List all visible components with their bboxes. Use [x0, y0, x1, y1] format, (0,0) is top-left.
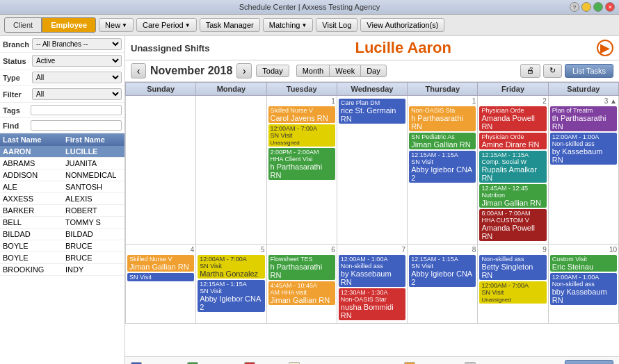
event-care-plan-dm[interactable]: Care Plan DMrice St. Germain RN: [339, 99, 405, 124]
patient-row[interactable]: BOYLEBRUCE: [0, 240, 124, 252]
task-manager-btn[interactable]: Task Manager: [200, 18, 260, 32]
cell-nov10: 10 Custom VisitEric Steinau 12:00AM - 1:…: [548, 245, 618, 324]
window-controls: ? ✕: [570, 2, 615, 12]
day-header-friday: Friday: [478, 83, 548, 96]
day-view-btn[interactable]: Day: [360, 65, 387, 77]
cell-empty2: [196, 96, 266, 245]
today-btn[interactable]: Today: [256, 65, 289, 77]
care-period-btn[interactable]: Care Period ▼: [136, 18, 197, 32]
filter-select[interactable]: All: [32, 88, 122, 100]
patient-row[interactable]: ABRAMSJUANITA: [0, 158, 124, 169]
cell-nov6: 6 Flowsheet TESh Parthasarathi RN 4:45AM…: [266, 245, 337, 324]
event-custom-visit-sat10[interactable]: Custom VisitEric Steinau: [550, 255, 617, 272]
event-sn-visit-thu[interactable]: 12:15AM - 1:15ASN VisitAbby Igiebor CNA …: [409, 151, 476, 183]
patient-last-name: BROOKING: [3, 265, 65, 274]
patient-last-name: ADDISON: [3, 171, 65, 179]
event-flowsheet-test[interactable]: Flowsheet TESh Parthasarathi RN: [268, 255, 335, 280]
day-header-monday: Monday: [196, 83, 266, 96]
new-btn[interactable]: New ▼: [99, 18, 134, 32]
print-btn[interactable]: 🖨: [520, 64, 540, 78]
status-filter-row: Status Active: [0, 53, 124, 69]
event-sn-pediatric[interactable]: SN Pediatric AsJiman Gallian RN: [409, 133, 476, 149]
event-am-hha-visit[interactable]: 4:45AM - 10:45AAM HHA visitJiman Gallian…: [268, 281, 335, 305]
event-plan-treatment[interactable]: Plan of Treatmth Parthasarathi RN: [550, 106, 617, 131]
event-physician-orde-fri2[interactable]: Physician OrdeAmine Dirare RN: [479, 133, 546, 149]
event-skilled-nurse-1[interactable]: Skilled Nurse VCarol Javens RN: [268, 106, 335, 123]
event-hha-custom-fri[interactable]: 6:00AM - 7:00AMHHA CUSTOM VAmanda Powell…: [479, 209, 546, 241]
patient-row[interactable]: ADDISONNONMEDICAL: [0, 169, 124, 181]
cell-nov8: 8 12:15AM - 1:15ASN VisitAbby Igiebor CN…: [408, 245, 478, 324]
event-physician-orde-fri1[interactable]: Physician OrdeAmanda Powell RN: [479, 106, 546, 131]
patient-row[interactable]: AXXESSALEXIS: [0, 193, 124, 205]
event-comp-social-w[interactable]: 12:15AM - 1:15AComp. Social WRupalis Ama…: [479, 151, 546, 183]
cell-nov2-fri: 2 Physician OrdeAmanda Powell RN Physici…: [478, 96, 548, 245]
matching-btn[interactable]: Matching ▼: [263, 18, 314, 32]
month-view-btn[interactable]: Month: [296, 65, 330, 77]
patient-row[interactable]: ALESANTOSH: [0, 181, 124, 193]
close-btn[interactable]: ✕: [605, 2, 615, 12]
client-toggle-btn[interactable]: Client: [4, 17, 42, 33]
event-nutrition[interactable]: 12:45AM - 12:45NutritionJiman Gallian RN: [479, 184, 546, 208]
patient-last-name: ALE: [3, 183, 65, 191]
filter-filter-row: Filter All: [0, 86, 124, 103]
list-tasks-top-btn[interactable]: List Tasks: [565, 64, 613, 78]
tags-input[interactable]: [31, 105, 122, 115]
maximize-btn[interactable]: [593, 2, 603, 12]
event-sn-visit-mon5[interactable]: 12:00AM - 7:00ASN VisitMartha Gonzalez: [198, 255, 264, 279]
care-period-arrow-icon: ▼: [185, 22, 191, 28]
col-last-header[interactable]: Last Name: [3, 135, 65, 144]
patient-row[interactable]: BARKERROBERT: [0, 205, 124, 217]
event-non-skilled-fri9[interactable]: Non-skilled assBetty Singleton RN: [479, 255, 546, 280]
view-auth-btn[interactable]: View Authorization(s): [360, 18, 444, 32]
calendar-table: SundayMondayTuesdayWednesdayThursdayFrid…: [125, 82, 619, 324]
type-select[interactable]: All: [32, 72, 122, 83]
event-non-oasis-star-wed7[interactable]: 12:30AM - 1:30ANon-OASIS Starnusha Bommi…: [339, 288, 405, 320]
patient-first-name: ROBERT: [65, 206, 122, 215]
client-employee-toggle: Client Employee: [4, 17, 96, 33]
employee-toggle-btn[interactable]: Employee: [42, 17, 96, 33]
event-sn-visit-mon5b[interactable]: 12:15AM - 1:15ASN VisitAbby Igiebor CNA …: [198, 280, 264, 312]
patient-last-name: BOYLE: [3, 242, 65, 250]
help-btn[interactable]: ?: [570, 2, 579, 12]
patient-row[interactable]: BROOKINGINDY: [0, 264, 124, 276]
patient-list: AARONLUCILLEABRAMSJUANITAADDISONNONMEDIC…: [0, 146, 124, 364]
col-first-header[interactable]: First Name: [65, 135, 122, 144]
event-sn-visit-thu8[interactable]: 12:15AM - 1:15ASN VisitAbby Igiebor CNA …: [409, 255, 476, 287]
patient-row[interactable]: BOYLEBRUCE: [0, 252, 124, 264]
name-nav-arrow[interactable]: ▶: [597, 40, 613, 56]
event-hha-client[interactable]: 2:00PM - 2:00AMHHA Client Visih Parthasa…: [268, 148, 335, 180]
patient-first-name: JUANITA: [65, 159, 122, 167]
patient-row[interactable]: AARONLUCILLE: [0, 146, 124, 158]
week-view-btn[interactable]: Week: [329, 65, 360, 77]
event-skilled-nurse-4[interactable]: Skilled Nurse VJiman Gallian RN: [127, 255, 194, 272]
event-non-skilled-sat10[interactable]: 12:00AM - 1:00ANon-skilled assbby Kasseb…: [550, 273, 617, 305]
prev-month-btn[interactable]: ‹: [131, 63, 146, 78]
event-non-skilled-wed7[interactable]: 12:00AM - 1:00ANon-skilled assby Kasseba…: [339, 255, 405, 287]
find-input[interactable]: [31, 120, 122, 131]
event-non-oasis-sta[interactable]: Non-OASIS Stah Parthasarathi RN: [409, 106, 476, 131]
day-header-saturday: Saturday: [548, 83, 618, 96]
event-sn-visit-unassigned[interactable]: 12:00AM - 7:00ASN VisitUnassigned: [268, 124, 335, 147]
next-month-btn[interactable]: ›: [236, 63, 252, 78]
patient-first-name: BRUCE: [65, 254, 122, 262]
event-sn-visit-4b[interactable]: SN Visit: [127, 273, 194, 281]
day-header-sunday: Sunday: [126, 83, 196, 96]
patient-row[interactable]: BILDADBILDAD: [0, 229, 124, 240]
branch-select[interactable]: -- All Branches --: [32, 38, 122, 50]
minimize-btn[interactable]: [581, 2, 591, 12]
event-non-skilled-sat[interactable]: 12:00AM - 1:00ANon-skilled assby Kasseba…: [550, 133, 617, 165]
patient-first-name: BRUCE: [65, 242, 122, 250]
event-sn-visit-fri9[interactable]: 12:00AM - 7:00ASN VisitUnassigned: [479, 281, 546, 304]
visit-log-btn[interactable]: Visit Log: [316, 18, 357, 32]
patient-first-name: TOMMY S: [65, 218, 122, 226]
status-select[interactable]: Active: [32, 55, 122, 67]
new-arrow-icon: ▼: [122, 22, 127, 28]
refresh-btn[interactable]: ↻: [543, 64, 562, 78]
legend: Scheduled Completed Missed Care Period 0…: [125, 356, 619, 364]
patient-row[interactable]: BELLTOMMY S: [0, 217, 124, 229]
unassigned-title: Unassigned Shifts: [131, 43, 209, 53]
list-tasks-bottom-btn[interactable]: List Tasks: [565, 360, 613, 364]
cell-nov1: 1 Skilled Nurse VCarol Javens RN 12:00AM…: [266, 96, 337, 245]
type-filter-row: Type All: [0, 69, 124, 86]
patient-last-name: ABRAMS: [3, 159, 65, 167]
